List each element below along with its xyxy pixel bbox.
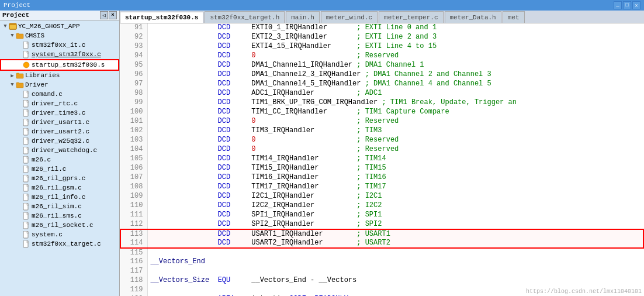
file-icon [22,202,30,211]
title-label: Project [4,2,30,9]
file-icon [22,174,30,183]
title-bar-controls[interactable]: _ □ ✕ [614,1,640,9]
line-number: 95 [120,61,148,70]
line-number: 117 [120,267,148,276]
line-content: DCD 0 ; Reserved [148,51,643,61]
special-file-icon [22,61,30,69]
tab-met[interactable]: met [503,11,525,23]
panel-btn-2[interactable]: × [109,11,117,19]
project-panel-header: Project ◁ × [0,11,119,20]
code-line: 96 DCD DMA1_Channel2_3_IRQHandler ; DMA1… [120,70,643,80]
tree-item[interactable]: startup_stm32f030.s [0,59,119,71]
tree-item[interactable]: m26_ril_gsm.c [0,183,119,192]
tree-item[interactable]: m26_ril.c [0,164,119,174]
file-icon [22,137,30,145]
tree-item-label: stm32f0xx_it.c [32,42,85,49]
line-content: DCD TIM14_IRQHandler ; TIM14 [148,154,643,164]
file-icon [22,221,30,229]
line-content: DCD DMA1_Channel4_5_IRQHandler ; DMA1 Ch… [148,80,643,89]
project-root-icon [9,22,17,30]
tab-meter_Data[interactable]: meter_Data.h [445,11,501,23]
line-number: 111 [120,211,148,220]
tree-item[interactable]: driver_time3.c [0,108,119,118]
tab-meter_temper[interactable]: meter_temper.c [379,11,443,23]
project-panel-title: Project [2,12,29,19]
tree-item[interactable]: m26_ril_sim.c [0,202,119,211]
tree-item[interactable]: driver_usart2.c [0,127,119,136]
file-icon [22,212,30,220]
code-line: 109 DCD I2C1_IRQHandler ; I2C1 [120,192,643,201]
tree-item-label: Libraries [25,72,60,79]
editor-panel: startup_stm32f030.sstm32f0xx_target.hmai… [120,11,644,296]
title-bar: Project _ □ ✕ [0,0,644,11]
restore-btn[interactable]: □ [623,1,631,9]
line-content: DCD SPI1_IRQHandler ; SPI1 [148,211,643,220]
tree-item[interactable]: driver_usart1.c [0,118,119,127]
line-content: __Vectors_Size EQU __Vectors_End - __Vec… [148,276,643,285]
code-line: 101 DCD 0 ; Reserved [120,117,643,126]
tree-item[interactable]: ▶Libraries [0,71,119,80]
code-line: 102 DCD TIM3_IRQHandler ; TIM3 [120,126,643,136]
line-number: 103 [120,136,148,145]
tree-item[interactable]: ▼Driver [0,80,119,90]
code-line: 92 DCD EXTI2_3_IRQHandler ; EXTI Line 2 … [120,33,643,42]
tab-stm32f0xx_target[interactable]: stm32f0xx_target.h [205,11,285,23]
file-icon [22,99,30,108]
tree-item[interactable]: m26_ril_socket.c [0,221,119,230]
tree-item[interactable]: driver_watchdog.c [0,146,119,155]
tree-item[interactable]: stm32f0xx_target.c [0,239,119,249]
watermark: https://blog.csdn.net/lmx11040101 [526,288,642,295]
tab-main[interactable]: main.h [286,11,320,23]
file-icon [22,156,30,164]
line-content: DCD TIM15_IRQHandler ; TIM15 [148,164,643,173]
line-number: 112 [120,220,148,229]
tree-item[interactable]: stm32f0xx_it.c [0,40,119,50]
tree-item-label: m26.c [32,156,51,163]
line-number: 99 [120,98,148,108]
tree-item[interactable]: system.c [0,230,119,239]
code-line: 95 DCD DMA1_Channel1_IRQHandler ; DMA1 C… [120,61,643,70]
line-content: DCD I2C1_IRQHandler ; I2C1 [148,192,643,201]
tab-label: stm32f0xx_target.h [210,14,279,21]
code-line: 103 DCD 0 ; Reserved [120,136,643,145]
line-content: DCD TIM17_IRQHandler ; TIM17 [148,183,643,192]
code-line: 113 DCD USART1_IRQHandler ; USART1 [120,229,643,239]
code-line: 114 DCD USART2_IRQHandler ; USART2 [120,239,643,248]
minimize-btn[interactable]: _ [614,1,622,9]
tree-item[interactable]: system_stm32f0xx.c [0,50,119,59]
tree-item-label: driver_time3.c [32,109,85,116]
tree-item[interactable]: m26.c [0,155,119,164]
line-number: 102 [120,126,148,136]
code-line: 116__Vectors_End [120,257,643,267]
tree-item[interactable]: driver_rtc.c [0,99,119,108]
title-bar-left: Project [4,2,30,9]
line-content: DCD SPI2_IRQHandler ; SPI2 [148,220,643,229]
tree-item-label: driver_w25q32.c [32,137,89,144]
code-line: 98 DCD ADC1_IRQHandler ; ADC1 [120,89,643,98]
code-area[interactable]: 91 DCD EXTI0_1_IRQHandler ; EXTI Line 0 … [120,23,644,296]
line-content: DCD I2C2_IRQHandler ; I2C2 [148,201,643,211]
tree-item[interactable]: m26_ril_sms.c [0,211,119,221]
tree-item[interactable]: m26_ril_gprs.c [0,174,119,183]
tree-item[interactable]: m26_ril_info.c [0,192,119,202]
tree-item[interactable]: comand.c [0,90,119,99]
tree-item-label: CMSIS [25,32,44,39]
tab-meter_wind[interactable]: meter_wind.c [321,11,378,23]
code-line: 117 [120,267,643,276]
line-content: DCD DMA1_Channel1_IRQHandler ; DMA1 Chan… [148,61,643,70]
tree-item[interactable]: ▼CMSIS [0,31,119,40]
close-btn[interactable]: ✕ [632,1,640,9]
line-content: DCD 0 ; Reserved [148,136,643,145]
tree-item[interactable]: driver_w25q32.c [0,136,119,146]
tree-item[interactable]: ▼YC_M26_GHOST_APP [0,22,119,31]
tab-label: startup_stm32f030.s [125,14,198,21]
line-content: DCD TIM3_IRQHandler ; TIM3 [148,126,643,136]
panel-btn-1[interactable]: ◁ [100,11,108,19]
tab-startup[interactable]: startup_stm32f030.s [120,12,203,23]
file-icon [22,184,30,192]
line-content [148,248,643,257]
panel-controls[interactable]: ◁ × [100,11,117,19]
expand-icon: ▼ [2,23,8,29]
line-number: 98 [120,89,148,98]
line-number: 96 [120,70,148,80]
